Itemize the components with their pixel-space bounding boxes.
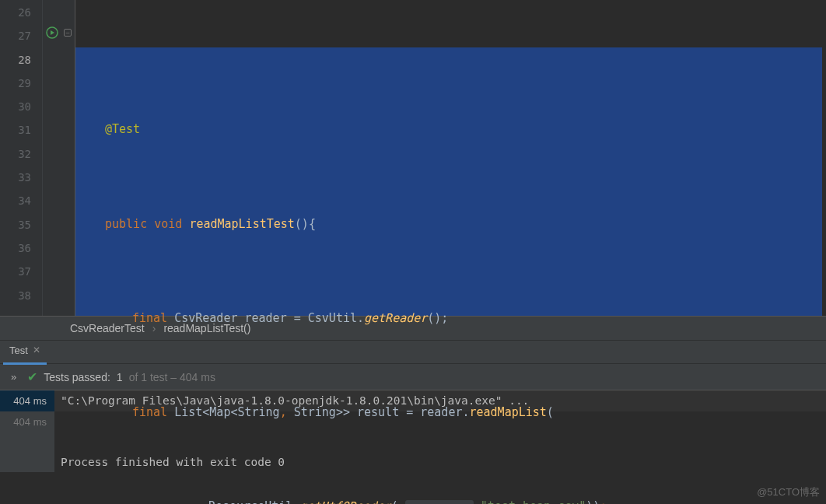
fold-gutter: − (63, 0, 75, 316)
test-duration-2[interactable]: 404 ms (0, 411, 54, 472)
editor: 2627 28 293031 323334 353637 38 − @Test … (0, 0, 826, 316)
code-area[interactable]: @Test public void readMapListTest(){ fin… (75, 0, 826, 316)
tab-test[interactable]: Test ✕ (3, 340, 47, 365)
close-icon[interactable]: ✕ (33, 345, 40, 355)
method-name: readMapListTest (189, 217, 294, 231)
gutter-icons (43, 0, 63, 316)
test-duration[interactable]: 404 ms (0, 390, 54, 411)
annotation: @Test (105, 122, 140, 136)
watermark: @51CTO博客 (757, 485, 820, 499)
expand-icon[interactable]: » (11, 371, 21, 383)
param-hint: resource: (405, 500, 474, 504)
run-gutter-icon[interactable] (46, 26, 58, 39)
line-number-gutter[interactable]: 2627 28 293031 323334 353637 38 (0, 0, 43, 316)
check-icon: ✔ (27, 369, 37, 384)
fold-collapse-icon[interactable]: − (64, 29, 72, 37)
